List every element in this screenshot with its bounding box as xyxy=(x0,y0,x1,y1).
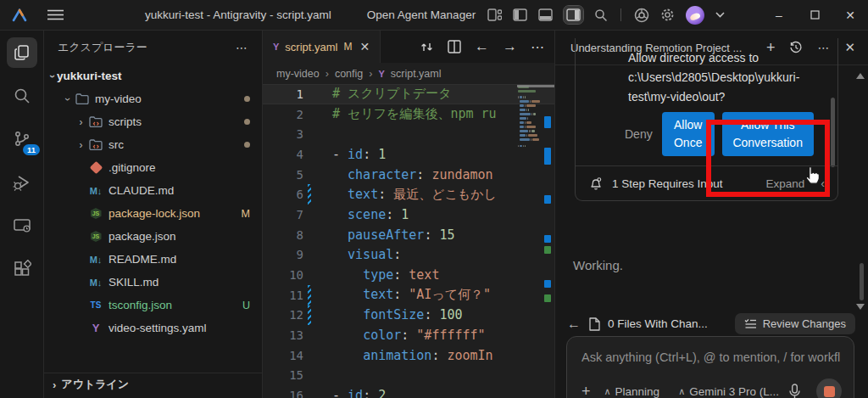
overview-mark xyxy=(544,116,551,128)
scroll-up-arrow-icon[interactable] xyxy=(856,73,865,79)
code-line-15[interactable]: 15 xyxy=(263,366,554,386)
panel-scrollbar[interactable] xyxy=(860,263,864,300)
search-icon[interactable] xyxy=(594,8,608,22)
model-selector[interactable]: ∧Gemini 3 Pro (L... xyxy=(678,385,779,398)
folder-icon xyxy=(74,93,91,104)
microphone-icon[interactable] xyxy=(788,384,801,398)
code-line-1[interactable]: 1# スクリプトデータ xyxy=(263,84,554,104)
code-line-2[interactable]: 2# セリフを編集後、npm ru xyxy=(263,104,554,125)
window-title: yukkuri-test - Antigravity - script.yaml xyxy=(145,8,331,21)
node-icon: JS xyxy=(87,231,104,242)
editor-group: Y script.yaml M ✕ ← → ⋯ my-video› config… xyxy=(263,31,555,398)
chrome-browser-icon[interactable] xyxy=(634,8,649,23)
code-line-5[interactable]: 5 character: zundamon xyxy=(263,165,554,185)
code-line-3[interactable]: 3 xyxy=(263,124,554,144)
code-line-6[interactable]: 6 text: 最近、どこもかし xyxy=(263,184,554,205)
tree-item-claude-md[interactable]: M↓CLAUDE.md xyxy=(44,179,262,202)
agent-chat-input[interactable]: Ask anything (Ctrl+L), @ to mention, / f… xyxy=(566,336,854,398)
mouse-cursor-icon xyxy=(803,165,821,185)
overview-mark xyxy=(544,235,551,243)
toggle-left-sidebar-icon[interactable] xyxy=(513,8,527,21)
tree-item--gitignore[interactable]: .gitignore xyxy=(44,156,262,179)
tree-item-package-json[interactable]: JSpackage.json xyxy=(44,225,262,248)
code-editor[interactable]: 1# スクリプトデータ2# セリフを編集後、npm ru34- id: 15 c… xyxy=(263,84,554,398)
source-control-activity-icon[interactable]: 11 xyxy=(7,124,37,154)
toggle-right-sidebar-icon[interactable] xyxy=(564,6,583,24)
minimap-slider[interactable] xyxy=(517,85,554,87)
agent-manager-layout-icon[interactable] xyxy=(487,8,502,21)
review-changes-button[interactable]: Review Changes xyxy=(735,313,855,334)
changes-dot-badge xyxy=(244,119,250,125)
titlebar-divider xyxy=(620,8,621,21)
outline-section[interactable]: › アウトライン xyxy=(44,373,262,395)
menu-hamburger-icon[interactable] xyxy=(47,9,64,20)
code-line-12[interactable]: 12 fontSize: 100 xyxy=(263,306,554,326)
tree-item-scripts[interactable]: ›scripts xyxy=(44,110,262,133)
explorer-sidebar: エクスプローラー ⋯ › yukkuri-test ›my-video›scri… xyxy=(44,31,263,398)
tab-script-yaml[interactable]: Y script.yaml M ✕ xyxy=(263,31,381,63)
tree-item-my-video[interactable]: ›my-video xyxy=(44,87,262,110)
navigate-forward-icon[interactable]: → xyxy=(503,38,517,55)
tree-item-video-settings-yaml[interactable]: Yvideo-settings.yaml xyxy=(44,317,262,339)
tab-close-icon[interactable]: ✕ xyxy=(359,40,370,53)
annotation-highlight-box xyxy=(706,120,830,197)
modified-gutter-marker xyxy=(308,306,311,326)
tree-item-skill-md[interactable]: M↓SKILL.md xyxy=(44,271,262,294)
tree-root-folder[interactable]: › yukkuri-test xyxy=(44,64,262,87)
toggle-bottom-panel-icon[interactable] xyxy=(538,8,553,21)
code-line-8[interactable]: 8 pauseAfter: 15 xyxy=(263,225,554,245)
code-line-9[interactable]: 9 visual: xyxy=(263,245,554,266)
code-line-4[interactable]: 4- id: 1 xyxy=(263,144,554,165)
extensions-activity-icon[interactable] xyxy=(7,254,37,284)
overview-mark xyxy=(544,280,551,288)
deny-button[interactable]: Deny xyxy=(625,127,653,141)
open-changes-icon[interactable] xyxy=(420,40,434,54)
changes-dot-badge xyxy=(244,96,250,102)
md-icon: M↓ xyxy=(87,277,104,288)
overview-mark xyxy=(544,195,551,204)
code-line-14[interactable]: 14 animation: zoomIn xyxy=(263,345,554,366)
code-line-13[interactable]: 13 color: "#ffffff" xyxy=(263,325,554,345)
tree-item-package-lock-json[interactable]: JSpackage-lock.jsonM xyxy=(44,202,262,225)
back-arrow-icon[interactable]: ← xyxy=(567,317,581,332)
tree-item-src[interactable]: ›src xyxy=(44,133,262,156)
code-line-16[interactable]: 16- id: 2 xyxy=(263,385,554,398)
card-scrollbar[interactable] xyxy=(831,98,835,167)
overview-ruler xyxy=(542,84,553,398)
navigate-back-icon[interactable]: ← xyxy=(475,38,489,55)
mode-selector[interactable]: ∧Planning xyxy=(604,385,660,398)
folder-code-icon xyxy=(87,139,104,150)
code-line-11[interactable]: 11 text: "AIって何？" xyxy=(263,285,554,306)
md-icon: M↓ xyxy=(87,255,104,265)
maximize-button[interactable] xyxy=(797,8,832,22)
run-debug-activity-icon[interactable] xyxy=(7,167,37,198)
tree-item-tsconfig-json[interactable]: TStsconfig.jsonU xyxy=(44,294,262,317)
code-line-7[interactable]: 7 scene: 1 xyxy=(263,205,554,225)
close-window-button[interactable]: ✕ xyxy=(832,8,868,22)
code-line-10[interactable]: 10 type: text xyxy=(263,265,554,285)
split-editor-icon[interactable] xyxy=(448,40,461,53)
stop-generation-button[interactable] xyxy=(816,378,842,398)
editor-more-actions-icon[interactable]: ⋯ xyxy=(531,39,544,55)
breadcrumb[interactable]: my-video› config› Y script.yaml xyxy=(263,63,554,84)
search-activity-icon[interactable] xyxy=(7,81,37,111)
scroll-down-arrow-icon[interactable] xyxy=(856,304,865,310)
open-agent-manager-button[interactable]: Open Agent Manager xyxy=(367,8,476,21)
tab-modified-badge: M xyxy=(343,41,352,53)
close-panel-icon[interactable]: ✕ xyxy=(844,40,855,55)
tree-item-readme-md[interactable]: M↓README.md xyxy=(44,248,262,271)
explorer-title: エクスプローラー xyxy=(58,40,147,55)
git-icon xyxy=(87,163,104,172)
user-avatar[interactable] xyxy=(686,6,704,25)
tab-label: script.yaml xyxy=(285,41,337,53)
avatar-chevron-down-icon[interactable] xyxy=(715,12,725,18)
files-changed-row: ← 0 Files With Chan... Review Changes xyxy=(567,313,855,334)
attach-plus-icon[interactable]: + xyxy=(581,383,591,398)
explorer-activity-icon[interactable] xyxy=(7,37,37,68)
minimize-button[interactable]: – xyxy=(761,8,797,22)
settings-gear-icon[interactable] xyxy=(660,8,675,22)
explorer-more-actions-icon[interactable]: ⋯ xyxy=(236,41,248,54)
remote-explorer-activity-icon[interactable] xyxy=(7,210,37,241)
file-icon xyxy=(588,317,600,331)
minimap[interactable] xyxy=(518,86,540,149)
